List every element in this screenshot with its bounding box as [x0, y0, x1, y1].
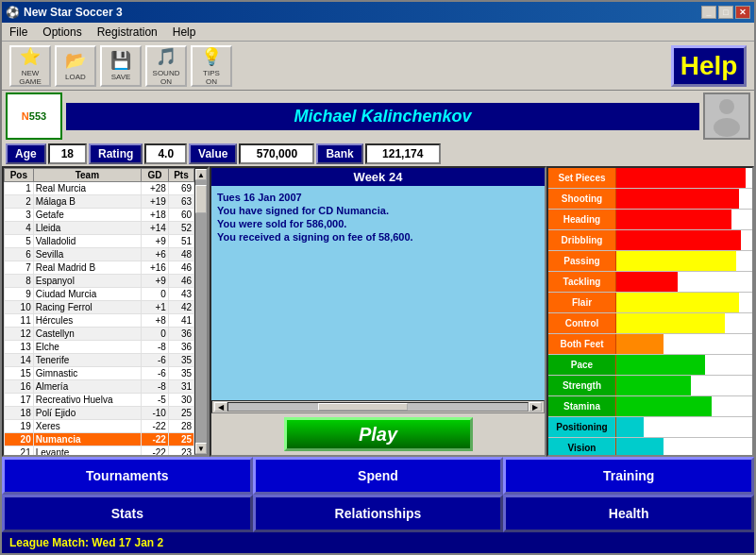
skill-bar-area [616, 376, 752, 395]
menu-help[interactable]: Help [169, 24, 200, 41]
player-header: N553 Michael Kalinchenkov [2, 91, 754, 142]
league-vscroll[interactable]: ▲ ▼ [194, 168, 208, 455]
player-name: Michael Kalinchenkov [66, 103, 699, 130]
cell-gd: -22 [141, 446, 168, 456]
table-row[interactable]: 12 Castellyn 0 36 [5, 328, 194, 341]
rating-label: Rating [89, 143, 143, 164]
skill-label: Flair [548, 293, 616, 312]
sound-label: SOUNDON [153, 69, 180, 86]
table-row[interactable]: 10 Racing Ferrol +1 42 [5, 301, 194, 314]
load-button[interactable]: 📂 LOAD [55, 45, 96, 87]
menu-options[interactable]: Options [39, 24, 85, 41]
menu-file[interactable]: File [6, 24, 31, 41]
table-row[interactable]: 16 Almería -8 31 [5, 380, 194, 394]
scroll-right[interactable]: ▶ [529, 402, 542, 412]
table-row[interactable]: 14 Tenerife -6 35 [5, 354, 194, 367]
cell-gd: +1 [141, 301, 168, 314]
table-row[interactable]: 9 Ciudad Murcia 0 43 [5, 288, 194, 301]
table-row[interactable]: 6 Sevilla +6 48 [5, 248, 194, 261]
help-button[interactable]: Help [671, 45, 747, 87]
cell-pos: 14 [5, 354, 34, 367]
spend-button[interactable]: Spend [253, 457, 504, 495]
cell-gd: +6 [141, 248, 168, 261]
skill-label: Both Feet [548, 334, 616, 354]
play-button[interactable]: Play [284, 417, 473, 451]
maximize-button[interactable]: □ [718, 6, 733, 19]
cell-pts: 46 [168, 261, 193, 275]
relationships-button[interactable]: Relationships [253, 495, 504, 532]
news-line: You received a signing on fee of 58,600. [217, 231, 539, 243]
title-bar: ⚽ New Star Soccer 3 _ □ ✕ [2, 2, 754, 23]
table-row[interactable]: 15 Gimnastic -6 35 [5, 367, 194, 380]
cell-gd: -22 [141, 433, 168, 446]
skill-bar-area [616, 189, 752, 209]
svg-point-1 [714, 118, 740, 137]
cell-pos: 13 [5, 341, 34, 354]
table-row[interactable]: 21 Levante -22 23 [5, 446, 194, 456]
cell-team: Castellyn [33, 328, 141, 341]
table-row[interactable]: 17 Recreativo Huelva -5 30 [5, 394, 194, 407]
cell-pts: 35 [168, 367, 193, 380]
menu-bar: File Options Registration Help [2, 23, 754, 42]
save-button[interactable]: 💾 SAVE [100, 45, 142, 87]
cell-pts: 36 [168, 341, 193, 354]
cell-pos: 11 [5, 314, 34, 328]
cell-gd: +28 [141, 182, 168, 195]
skill-row: Flair [548, 293, 752, 313]
cell-pts: 41 [168, 314, 193, 328]
cell-gd: -8 [141, 341, 168, 354]
skill-bar-area [616, 230, 752, 250]
col-pts: Pts [168, 169, 193, 182]
skill-row: Tackling [548, 272, 752, 293]
skill-bar [616, 313, 725, 333]
league-table: Pos Team GD Pts 1 Real Murcia +28 692 Má… [4, 168, 194, 455]
skill-row: Strength [548, 376, 752, 396]
horizontal-scrollbar[interactable]: ◀ ▶ [211, 400, 545, 413]
skill-bar [616, 210, 731, 229]
cell-gd: -10 [141, 407, 168, 420]
save-label: SAVE [111, 73, 131, 81]
table-row[interactable]: 3 Getafe +18 60 [5, 209, 194, 222]
new-game-button[interactable]: ⭐ NEWGAME [9, 45, 51, 87]
tournaments-button[interactable]: Tournaments [2, 457, 253, 495]
skill-bar [616, 189, 739, 209]
table-row[interactable]: 13 Elche -8 36 [5, 341, 194, 354]
minimize-button[interactable]: _ [701, 6, 716, 19]
scroll-thumb [318, 403, 408, 411]
table-row[interactable]: 7 Real Madrid B +16 46 [5, 261, 194, 275]
cell-pos: 10 [5, 301, 34, 314]
table-row[interactable]: 18 Polı́ Ejido -10 25 [5, 407, 194, 420]
table-row[interactable]: 20 Numancia -22 25 [5, 433, 194, 446]
table-row[interactable]: 2 Málaga B +19 63 [5, 195, 194, 209]
cell-pts: 43 [168, 288, 193, 301]
status-text: League Match: Wed 17 Jan 2 [9, 536, 163, 549]
rating-value: 4.0 [144, 143, 187, 164]
cell-pts: 60 [168, 209, 193, 222]
sound-button[interactable]: 🎵 SOUNDON [145, 45, 187, 87]
stats-button[interactable]: Stats [2, 495, 253, 532]
skill-bar-area [616, 313, 752, 333]
news-line: You have signed for CD Numancia. [217, 205, 539, 216]
tips-button[interactable]: 💡 TIPSON [191, 45, 232, 87]
table-row[interactable]: 5 Valladolid +9 51 [5, 235, 194, 248]
cell-team: Numancia [33, 433, 141, 446]
menu-registration[interactable]: Registration [93, 24, 161, 41]
health-button[interactable]: Health [503, 495, 754, 532]
vscroll-up[interactable]: ▲ [195, 169, 207, 180]
table-row[interactable]: 4 Lleida +14 52 [5, 222, 194, 235]
table-row[interactable]: 8 Espanyol +9 46 [5, 275, 194, 288]
cell-gd: +8 [141, 314, 168, 328]
cell-pos: 4 [5, 222, 34, 235]
cell-pos: 7 [5, 261, 34, 275]
skill-bar [616, 438, 664, 457]
skill-row: Control [548, 313, 752, 334]
close-button[interactable]: ✕ [735, 6, 750, 19]
table-row[interactable]: 11 Hércules +8 41 [5, 314, 194, 328]
svg-point-0 [719, 99, 734, 114]
training-button[interactable]: Training [503, 457, 754, 495]
table-row[interactable]: 19 Xeres -22 28 [5, 420, 194, 433]
cell-team: Espanyol [33, 275, 141, 288]
vscroll-down[interactable]: ▼ [195, 443, 207, 454]
scroll-left[interactable]: ◀ [214, 402, 227, 412]
table-row[interactable]: 1 Real Murcia +28 69 [5, 182, 194, 195]
